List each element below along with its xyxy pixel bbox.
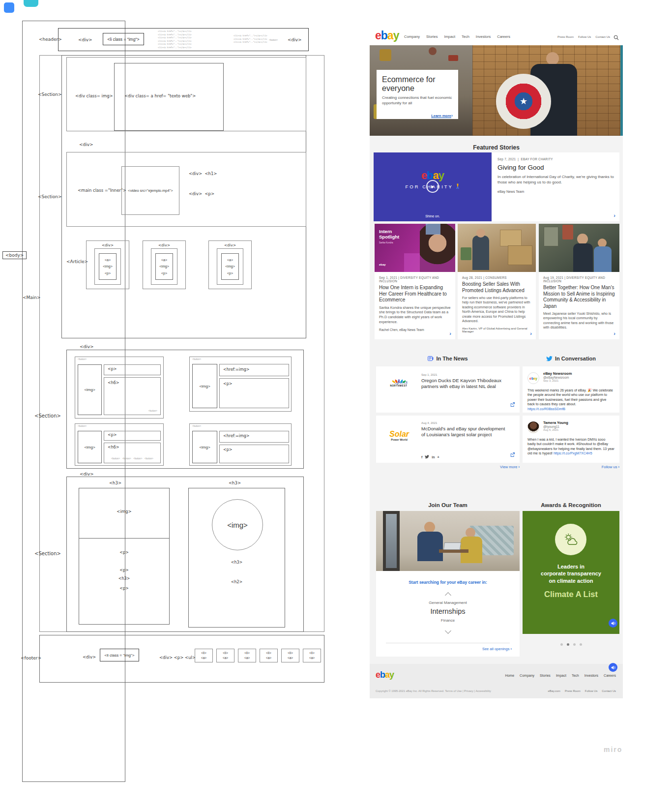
carousel-dot[interactable] <box>560 643 563 646</box>
hero-learn-more-link[interactable]: Learn more <box>431 114 451 118</box>
story-title[interactable]: Better Together: How One Man's Mission t… <box>543 285 615 309</box>
tweet-name[interactable]: Tamera Young <box>543 420 568 425</box>
carousel-dots[interactable] <box>523 639 619 648</box>
footer-nav-stories[interactable]: Stories <box>540 674 551 677</box>
utility-press-room[interactable]: Press Room <box>557 35 574 38</box>
plus-icon[interactable]: + <box>438 455 439 459</box>
wf-awards-box[interactable]: <img> <h3> <h2> <box>188 488 285 628</box>
news-title[interactable]: McDonald's and eBay spur development of … <box>421 426 510 438</box>
intern-spotlight-subtext: Sarika Kondra <box>379 241 393 244</box>
wf-footer-li-img[interactable]: <li class = "img"> <box>100 649 139 661</box>
wf-header-box[interactable]: <div> <li class = "img"> <li><a href="..… <box>58 28 309 51</box>
story-title[interactable]: Giving for Good <box>497 164 614 171</box>
careers-option-selected[interactable]: Internships <box>376 607 520 615</box>
carousel-dot[interactable] <box>573 643 576 646</box>
tweet-handle[interactable]: @tyoung11 <box>543 425 568 428</box>
news-card[interactable]: Sports NORTHWEST Sep 1, 2021 Oregon Duck… <box>376 366 520 413</box>
awards-climate-card[interactable]: Leaders in corporate transparency on cli… <box>523 511 619 634</box>
search-icon[interactable] <box>614 33 619 42</box>
story-title[interactable]: Boosting Seller Sales With Promoted List… <box>462 281 531 294</box>
nav-investors[interactable]: Investors <box>476 34 491 39</box>
story-card[interactable]: Aug 28, 2021 | CONSUMERS Boosting Seller… <box>458 224 536 339</box>
wf-article-card[interactable]: <div> <a><img><p> <box>143 240 186 289</box>
careers-option[interactable]: General Management <box>376 600 520 605</box>
footer-nav-company[interactable]: Company <box>520 674 534 677</box>
nav-careers[interactable]: Careers <box>497 34 510 39</box>
footer-copyright: Copyright © 1995-2021 eBay Inc. All Righ… <box>376 689 491 692</box>
ebay-footer-logo[interactable]: ebay <box>376 670 394 680</box>
utility-follow-us[interactable]: Follow Us <box>578 35 591 38</box>
footer-nav-home[interactable]: Home <box>505 674 514 677</box>
careers-down-arrow[interactable] <box>376 626 520 635</box>
captain-america-shield-icon: ★ <box>496 74 551 129</box>
wf-article-card[interactable]: <div> <a><img><p> <box>86 240 129 289</box>
wf-section2-video[interactable]: <video src="ejemplo.mp4"> <box>121 166 179 215</box>
wf-news-card[interactable]: <button> <img> <p> <h6> <button> <button… <box>75 423 164 466</box>
footer-nav-investors[interactable]: Investors <box>584 674 598 677</box>
wf-header-div: <div> <box>78 37 92 42</box>
tweet-card[interactable]: Tamera Young @tyoung11 Aug 6, 2021 When … <box>523 416 619 463</box>
play-button-icon[interactable]: ▶ <box>426 180 439 193</box>
news-title[interactable]: Oregon Ducks DE Kayvon Thibodeaux partne… <box>421 378 510 390</box>
footer-link-ebaycom[interactable]: eBay.com <box>548 689 560 692</box>
wf-body-label[interactable]: <body> <box>2 251 27 259</box>
nav-impact[interactable]: Impact <box>444 34 455 39</box>
follow-us-link[interactable]: Follow us <box>523 465 619 469</box>
careers-cta: Start searching for your eBay career in: <box>376 580 520 585</box>
tweet-card[interactable]: ebay eBay Newsroom @eBayNewsroom Sep 3, … <box>523 366 619 413</box>
story-chevron[interactable] <box>530 330 532 336</box>
tweet-name[interactable]: eBay Newsroom <box>543 371 572 376</box>
wf-news-card[interactable]: <button> <img> <href:=img> <p> <box>189 357 292 412</box>
wf-footer-social-item[interactable]: <li><a> <box>195 649 213 662</box>
wf-footer-social-item[interactable]: <li><a> <box>260 649 278 662</box>
tweet-link[interactable]: https://t.co/PxgM7XC4H5 <box>554 451 592 455</box>
ebay-logo[interactable]: ebay <box>375 29 399 42</box>
wf-footer-social-item[interactable]: <li><a> <box>281 649 299 662</box>
tweet-link[interactable]: https://t.co/R0BssSDmfB <box>527 407 565 411</box>
wf-footer-social-item[interactable]: <li><a> <box>238 649 256 662</box>
footer-nav-impact[interactable]: Impact <box>556 674 566 677</box>
carousel-dot[interactable] <box>580 643 582 646</box>
wf-article-card[interactable]: <div> <a><img><p> <box>208 240 252 289</box>
speaker-icon <box>611 621 615 626</box>
story-card[interactable]: Aug 19, 2021 | DIVERSITY EQUITY AND INCL… <box>539 224 619 339</box>
wf-awards-circle: <img> <box>212 499 263 550</box>
nav-company[interactable]: Company <box>404 34 420 39</box>
charity-video-thumbnail: ebay FOR CHARITY ▶ Shine on. <box>374 152 492 221</box>
tweet-handle[interactable]: @eBayNewsroom <box>543 376 572 379</box>
footer-nav-careers[interactable]: Careers <box>604 674 616 677</box>
see-all-openings-link[interactable]: See all openings <box>376 647 512 651</box>
story-title[interactable]: How One Intern is Expanding Her Career F… <box>379 285 451 303</box>
wf-footer-social-item[interactable]: <li><a> <box>303 649 321 662</box>
share-icons[interactable]: f in + <box>421 455 442 459</box>
facebook-icon[interactable]: f <box>421 455 422 459</box>
wf-news-card[interactable]: <button> <img> <href:=img> <p> <box>189 423 292 466</box>
story-chevron[interactable] <box>614 330 615 336</box>
external-link-icon[interactable] <box>510 450 515 459</box>
wf-careers-box[interactable]: <img> <p> <p> <h3> <p> <box>79 488 170 625</box>
footer-nav-tech[interactable]: Tech <box>572 674 579 677</box>
view-more-link[interactable]: View more <box>376 465 520 469</box>
careers-option[interactable]: Finance <box>376 618 520 623</box>
external-link-icon[interactable] <box>510 400 515 409</box>
linkedin-icon[interactable]: in <box>432 455 435 459</box>
news-card[interactable]: Solar Power World Aug 4, 2021 McDonald's… <box>376 416 520 463</box>
wf-header-li-img[interactable]: <li class = "img"> <box>103 33 144 45</box>
story-card[interactable]: Intern Spotlight Sarika Kondra ebay Sep … <box>375 224 455 339</box>
footer-link-contact-us[interactable]: Contact Us <box>602 689 616 692</box>
footer-link-follow-us[interactable]: Follow Us <box>585 689 597 692</box>
footer-legal-links[interactable]: Terms of Use | Privacy | Accessibility <box>445 689 491 692</box>
carousel-dot-active[interactable] <box>567 643 569 646</box>
audio-speaker-button[interactable] <box>609 619 617 628</box>
footer-link-press-room[interactable]: Press Room <box>565 689 581 692</box>
audio-speaker-button[interactable] <box>609 663 617 672</box>
story-chevron[interactable] <box>449 330 451 336</box>
utility-contact-us[interactable]: Contact Us <box>595 35 610 38</box>
featured-story-card[interactable]: ebay FOR CHARITY ▶ Shine on. Sep 7, 2021… <box>374 152 619 221</box>
nav-stories[interactable]: Stories <box>426 34 438 39</box>
wf-news-card[interactable]: <button> <img> <p> <h6> <button> <box>75 357 164 419</box>
story-chevron[interactable] <box>614 212 615 218</box>
nav-tech[interactable]: Tech <box>462 34 469 39</box>
careers-up-arrow[interactable] <box>376 591 520 599</box>
wf-footer-social-item[interactable]: <li><a> <box>216 649 234 662</box>
